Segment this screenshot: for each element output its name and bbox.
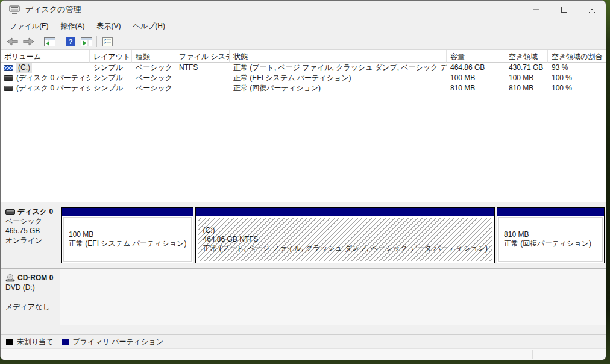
partition-size: 810 MB [504,230,597,239]
volume-name: (C:) [16,63,32,73]
volume-row-partition4[interactable]: (ディスク 0 パーティション 4) シンプル ベーシック 正常 (回復パーティ… [1,83,606,93]
cdrom-panel[interactable]: CD-ROM 0 DVD (D:) メディアなし [1,269,60,325]
volume-list: ボリューム レイアウト 種類 ファイル システム 状態 容量 空き領域 空き領域… [1,50,606,202]
cdrom-name: CD-ROM 0 [17,273,53,283]
col-header-status[interactable]: 状態 [230,50,447,63]
disk0-row: ディスク 0 ベーシック 465.75 GB オンライン 100 MB 正常 (… [1,202,606,269]
disk0-panel[interactable]: ディスク 0 ベーシック 465.75 GB オンライン [1,202,60,268]
col-header-free-pct[interactable]: 空き領域の割合 [548,50,605,63]
disk0-type: ベーシック [5,216,56,226]
toolbar-separator [96,36,97,47]
disk0-name: ディスク 0 [17,207,53,216]
legend-primary-partition: プライマリ パーティション [62,337,163,347]
cell-free-pct: 93 % [548,63,605,73]
cell-type: ベーシック [132,73,175,83]
graphical-view: ディスク 0 ベーシック 465.75 GB オンライン 100 MB 正常 (… [1,202,606,334]
back-button[interactable] [5,35,20,48]
show-action-pane-button[interactable] [78,35,94,48]
volume-row-c[interactable]: (C:) シンプル ベーシック NTFS 正常 (ブート, ページ ファイル, … [1,63,606,73]
partition-name: (C:) [203,226,488,235]
properties-button[interactable] [99,35,115,48]
menu-file[interactable]: ファイル(F) [4,19,54,33]
forward-button[interactable] [20,35,36,48]
cell-layout: シンプル [90,83,132,93]
desktop: { "window": { "title": "ディスクの管理" }, "men… [0,0,610,364]
legend-unallocated: 未割り当て [6,337,54,347]
action-pane-icon [81,37,92,46]
cell-filesystem [175,73,230,83]
disk-management-window: ディスクの管理 ファイル(F) 操作(A) 表示(V) ヘルプ(H) [0,0,606,360]
col-header-capacity[interactable]: 容量 [447,50,505,63]
volume-name: (ディスク 0 パーティション 4) [16,83,90,93]
col-header-type[interactable]: 種類 [132,50,175,63]
col-header-volume[interactable]: ボリューム [1,50,90,63]
col-header-layout[interactable]: レイアウト [90,50,132,63]
volume-icon [4,75,13,81]
cell-type: ベーシック [132,83,175,93]
disk0-status: オンライン [5,236,56,245]
partition-efi[interactable]: 100 MB 正常 (EFI システム パーティション) [61,207,193,263]
close-button[interactable] [578,1,606,19]
partition-size: 100 MB [69,230,186,239]
menu-bar: ファイル(F) 操作(A) 表示(V) ヘルプ(H) [1,19,606,34]
cell-filesystem [175,83,230,93]
volume-icon [4,86,13,91]
cdrom-drive: DVD (D:) [5,283,56,292]
toolbar-separator [60,36,60,47]
cell-free-pct: 100 % [548,73,605,83]
cell-status: 正常 (EFI システム パーティション) [230,73,447,83]
toolbar-separator [39,36,39,47]
toolbar: ? [1,34,606,50]
cell-type: ベーシック [132,63,175,73]
cell-status: 正常 (ブート, ページ ファイル, クラッシュ ダンプ, ベーシック データ … [230,63,447,73]
col-header-filesystem[interactable]: ファイル システム [175,50,230,63]
help-button[interactable]: ? [63,35,78,48]
window-controls [523,1,606,19]
partition-size: 464.86 GB NTFS [203,235,488,244]
statusbar-divider [532,350,533,359]
partition-recovery[interactable]: 810 MB 正常 (回復パーティション) [497,207,605,263]
partition-status: 正常 (回復パーティション) [504,239,597,248]
cdrom-row: CD-ROM 0 DVD (D:) メディアなし [1,269,606,325]
cell-filesystem: NTFS [175,63,230,73]
partition-c-selected[interactable]: (C:) 464.86 GB NTFS 正常 (ブート, ページ ファイル, ク… [195,207,495,263]
statusbar-divider [413,350,413,359]
status-bar [1,348,606,360]
cdrom-icon [5,274,15,282]
cell-capacity: 810 MB [447,83,505,93]
unallocated-swatch [6,339,13,345]
col-header-filler [605,50,606,63]
disk0-size: 465.75 GB [5,226,56,236]
col-header-free[interactable]: 空き領域 [505,50,548,63]
help-icon: ? [66,37,75,46]
maximize-button[interactable] [550,1,578,19]
partition-color-bar [497,208,604,216]
menu-view[interactable]: 表示(V) [90,19,127,33]
cell-free: 100 MB [505,73,548,83]
forward-arrow-icon [22,37,34,46]
volume-name: (ディスク 0 パーティション 1) [16,73,90,83]
graph-empty-space [1,325,606,334]
primary-label: プライマリ パーティション [73,337,163,347]
window-title: ディスクの管理 [25,4,81,15]
cell-layout: シンプル [90,63,132,73]
volume-list-header: ボリューム レイアウト 種類 ファイル システム 状態 容量 空き領域 空き領域… [1,50,606,63]
menu-help[interactable]: ヘルプ(H) [127,19,171,33]
title-bar: ディスクの管理 [1,1,606,19]
menu-action[interactable]: 操作(A) [54,19,90,33]
cell-free: 430.71 GB [505,63,548,73]
disk0-partitions: 100 MB 正常 (EFI システム パーティション) (C:) 464.86… [60,202,606,268]
legend-bar: 未割り当て プライマリ パーティション [1,334,606,348]
cell-free: 810 MB [505,83,548,93]
show-console-tree-button[interactable] [42,35,57,48]
volume-row-partition1[interactable]: (ディスク 0 パーティション 1) シンプル ベーシック 正常 (EFI シス… [1,73,606,83]
primary-swatch [62,339,69,345]
app-icon [9,5,20,14]
minimize-button[interactable] [523,1,550,19]
console-tree-icon [44,37,55,46]
cdrom-area[interactable] [60,269,606,325]
cdrom-media-status: メディアなし [5,302,56,312]
partition-color-bar [62,208,193,216]
volume-c-icon [4,65,13,71]
disk-icon [5,209,15,215]
